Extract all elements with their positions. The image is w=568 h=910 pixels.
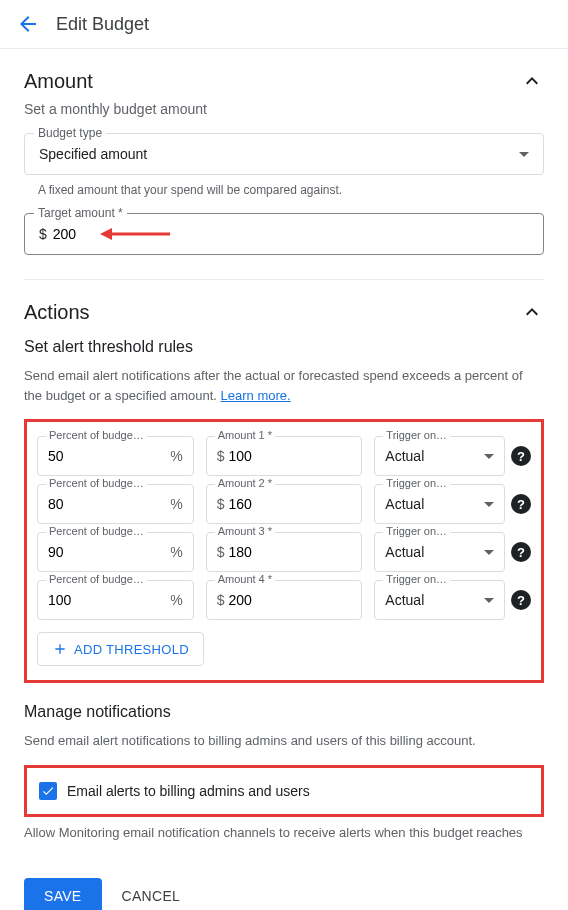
amount-field[interactable]: Amount 3 * $ <box>206 532 363 572</box>
percent-label: Percent of budge… <box>46 525 147 537</box>
percent-suffix: % <box>170 592 182 608</box>
threshold-rules-annotation-box: Percent of budge… %Amount 1 * $ Trigger … <box>24 419 544 683</box>
target-amount-label: Target amount * <box>34 206 127 220</box>
percent-suffix: % <box>170 496 182 512</box>
page-title: Edit Budget <box>56 14 149 35</box>
dropdown-caret-icon <box>484 454 494 459</box>
percent-field[interactable]: Percent of budge… % <box>37 580 194 620</box>
trigger-label: Trigger on… <box>383 429 450 441</box>
amount-input[interactable] <box>228 592 351 608</box>
trigger-cell: Trigger on… Actual ? <box>374 436 531 476</box>
trigger-label: Trigger on… <box>383 477 450 489</box>
currency-prefix: $ <box>217 448 225 464</box>
amount-label: Amount 3 * <box>215 525 275 537</box>
chevron-up-icon[interactable] <box>520 69 544 93</box>
learn-more-link[interactable]: Learn more. <box>221 388 291 403</box>
percent-suffix: % <box>170 544 182 560</box>
dropdown-caret-icon <box>519 152 529 157</box>
dropdown-caret-icon <box>484 502 494 507</box>
amount-field[interactable]: Amount 4 * $ <box>206 580 363 620</box>
budget-type-value: Specified amount <box>39 146 147 162</box>
save-button[interactable]: SAVE <box>24 878 102 910</box>
help-icon[interactable]: ? <box>511 494 531 514</box>
trigger-select[interactable]: Actual <box>374 580 505 620</box>
trigger-label: Trigger on… <box>383 525 450 537</box>
email-alerts-label: Email alerts to billing admins and users <box>67 783 310 799</box>
trigger-select[interactable]: Actual <box>374 484 505 524</box>
trigger-select[interactable]: Actual <box>374 532 505 572</box>
budget-type-field[interactable]: Budget type Specified amount <box>24 133 544 175</box>
manage-notifications-title: Manage notifications <box>24 703 544 721</box>
target-amount-input[interactable] <box>53 226 529 242</box>
percent-suffix: % <box>170 448 182 464</box>
trigger-cell: Trigger on… Actual ? <box>374 532 531 572</box>
percent-field[interactable]: Percent of budge… % <box>37 484 194 524</box>
amount-label: Amount 1 * <box>215 429 275 441</box>
cancel-button[interactable]: CANCEL <box>122 888 181 904</box>
email-alerts-checkbox[interactable] <box>39 782 57 800</box>
budget-type-label: Budget type <box>34 126 106 140</box>
percent-field[interactable]: Percent of budge… % <box>37 436 194 476</box>
percent-label: Percent of budge… <box>46 477 147 489</box>
amount-subtitle: Set a monthly budget amount <box>24 101 544 117</box>
amount-label: Amount 2 * <box>215 477 275 489</box>
amount-field[interactable]: Amount 2 * $ <box>206 484 363 524</box>
checkmark-icon <box>41 784 55 798</box>
percent-label: Percent of budge… <box>46 429 147 441</box>
footer-actions: SAVE CANCEL <box>0 862 568 910</box>
help-icon[interactable]: ? <box>511 446 531 466</box>
trigger-cell: Trigger on… Actual ? <box>374 484 531 524</box>
percent-input[interactable] <box>48 592 166 608</box>
threshold-title: Set alert threshold rules <box>24 338 544 356</box>
help-icon[interactable]: ? <box>511 590 531 610</box>
amount-title: Amount <box>24 70 93 93</box>
dropdown-caret-icon <box>484 598 494 603</box>
amount-input[interactable] <box>228 544 351 560</box>
actions-title: Actions <box>24 301 90 324</box>
currency-prefix: $ <box>39 226 47 242</box>
trigger-cell: Trigger on… Actual ? <box>374 580 531 620</box>
section-divider <box>24 279 544 280</box>
percent-input[interactable] <box>48 544 166 560</box>
percent-label: Percent of budge… <box>46 573 147 585</box>
threshold-desc: Send email alert notifications after the… <box>24 366 544 405</box>
percent-input[interactable] <box>48 448 166 464</box>
amount-field[interactable]: Amount 1 * $ <box>206 436 363 476</box>
amount-input[interactable] <box>228 448 351 464</box>
email-checkbox-annotation-box: Email alerts to billing admins and users <box>24 765 544 817</box>
plus-icon <box>52 641 68 657</box>
currency-prefix: $ <box>217 592 225 608</box>
email-alerts-checkbox-row[interactable]: Email alerts to billing admins and users <box>33 772 535 810</box>
currency-prefix: $ <box>217 496 225 512</box>
add-threshold-button[interactable]: ADD THRESHOLD <box>37 632 204 666</box>
percent-field[interactable]: Percent of budge… % <box>37 532 194 572</box>
amount-input[interactable] <box>228 496 351 512</box>
trigger-label: Trigger on… <box>383 573 450 585</box>
amount-section-header: Amount <box>24 69 544 93</box>
percent-input[interactable] <box>48 496 166 512</box>
threshold-grid: Percent of budge… %Amount 1 * $ Trigger … <box>37 436 531 620</box>
dropdown-caret-icon <box>484 550 494 555</box>
trigger-select[interactable]: Actual <box>374 436 505 476</box>
back-arrow-icon[interactable] <box>16 12 40 36</box>
page-header: Edit Budget <box>0 0 568 49</box>
amount-label: Amount 4 * <box>215 573 275 585</box>
budget-type-helper: A fixed amount that your spend will be c… <box>24 183 544 197</box>
currency-prefix: $ <box>217 544 225 560</box>
manage-notifications-desc: Send email alert notifications to billin… <box>24 731 544 751</box>
actions-section-header: Actions <box>24 300 544 324</box>
monitoring-desc: Allow Monitoring email notification chan… <box>24 823 544 843</box>
target-amount-field[interactable]: Target amount * $ <box>24 213 544 255</box>
chevron-up-icon[interactable] <box>520 300 544 324</box>
help-icon[interactable]: ? <box>511 542 531 562</box>
